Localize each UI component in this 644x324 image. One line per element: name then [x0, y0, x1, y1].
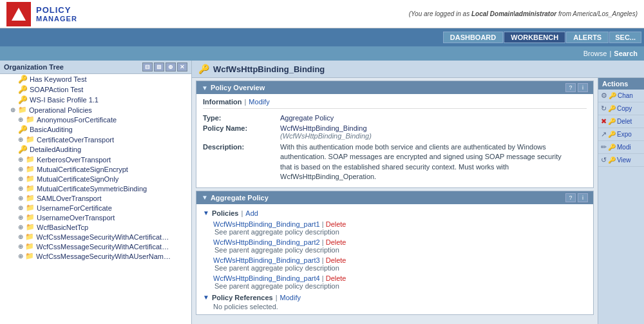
export-icon: ↗	[601, 130, 607, 138]
policy-refs-subheader: ▼ Policy References | Modify	[203, 291, 587, 303]
tree-item-username-cert[interactable]: ⊕ 📁 UsernameForCertificate	[0, 203, 191, 213]
tree-item-mutual-symmetric[interactable]: ⊕ 📁 MutualCertificateSymmetricBinding	[0, 184, 191, 193]
search-link[interactable]: Search	[614, 50, 638, 57]
policy-overview-panel: ▼ Policy Overview ? i Information | Modi…	[196, 81, 594, 188]
policies-subheader: ▼ Policies | Add	[203, 208, 587, 219]
policies-collapse-tri[interactable]: ▼	[203, 209, 209, 216]
actions-panel: Actions ⚙ 🔑 Chan ↻ 🔑 Copy ✖ 🔑 Delet	[598, 78, 644, 324]
policy-desc-2: See parent aggregate policy description	[213, 246, 587, 254]
tree-item-mutual-sign-only[interactable]: ⊕ 📁 MutualCertificateSignOnly	[0, 174, 191, 184]
policy-desc-4: See parent aggregate policy description	[213, 282, 587, 290]
tree-item-cert-transport[interactable]: ⊕ 📁 CertificateOverTransport	[0, 135, 191, 144]
page-title-icon: 🔑	[198, 64, 209, 74]
main-content: ▼ Policy Overview ? i Information | Modi…	[192, 78, 598, 324]
policy-item-3: WcfWsHttpBinding_Binding_part3 | Delete …	[203, 255, 587, 273]
policy-desc-1: See parent aggregate policy description	[213, 228, 587, 236]
modify-icon2: 🔑	[608, 144, 616, 151]
sidebar-header-controls: ⊟ ⊞ ⊕ ✕	[142, 62, 187, 71]
panel-info-btn[interactable]: i	[578, 83, 588, 92]
policy-link-3[interactable]: WcfWsHttpBinding_Binding_part3	[213, 256, 320, 264]
view-icon: ↺	[601, 156, 607, 164]
delete-link-3[interactable]: Delete	[326, 256, 346, 264]
modify-link[interactable]: Modify	[249, 98, 269, 106]
action-delete[interactable]: ✖ 🔑 Delet	[598, 115, 644, 128]
policy-overview-header: ▼ Policy Overview ? i	[196, 81, 593, 94]
workbench-btn[interactable]: WORKBENCH	[504, 32, 565, 43]
sec-btn[interactable]: SEC...	[609, 32, 641, 43]
delete-label: Delet	[617, 118, 632, 125]
alerts-btn[interactable]: ALERTS	[566, 32, 609, 43]
tree-item-soapaction[interactable]: 🔑 SOAPAction Test	[0, 84, 191, 95]
page-title-bar: 🔑 WcfWsHttpBinding_Binding	[192, 61, 644, 78]
tree-item-basicauditing[interactable]: 🔑 BasicAuditing	[0, 124, 191, 135]
tree-item-saml[interactable]: ⊕ 📁 SAMLOverTransport	[0, 193, 191, 203]
policy-item-2: WcfWsHttpBinding_Binding_part2 | Delete …	[203, 237, 587, 255]
sidebar-icon3[interactable]: ⊕	[166, 62, 176, 71]
policy-overview-title: Policy Overview	[211, 84, 265, 91]
sidebar-icon2[interactable]: ⊞	[154, 62, 164, 71]
sidebar-title: Organization Tree	[4, 63, 64, 71]
action-modify[interactable]: ✏ 🔑 Modi	[598, 141, 644, 154]
tree-item-wcf-basic-net[interactable]: ⊕ 📁 WcfBasicNetTcp	[0, 222, 191, 232]
copy-icon: ↻	[601, 104, 607, 113]
policy-item-4: WcfWsHttpBinding_Binding_part4 | Delete …	[203, 273, 587, 291]
sidebar-header: Organization Tree ⊟ ⊞ ⊕ ✕	[0, 61, 191, 74]
agg-panel-help[interactable]: ?	[565, 193, 576, 202]
action-copy[interactable]: ↻ 🔑 Copy	[598, 102, 644, 115]
type-label: Type:	[203, 114, 280, 122]
agg-panel-info[interactable]: i	[578, 193, 588, 202]
tree-item-has-keyword[interactable]: 🔑 Has Keyword Test	[0, 74, 191, 84]
modify-icon: ✏	[601, 143, 607, 151]
user-info: (You are logged in as Local Domain\admin…	[409, 10, 638, 17]
policyname-label: Policy Name:	[203, 124, 280, 140]
type-row: Type: Aggregate Policy	[203, 113, 587, 123]
delete-icon2: 🔑	[608, 118, 616, 125]
tree-item-anonymous[interactable]: ⊕ 📁 AnonymousForCertificate	[0, 115, 191, 124]
policies-label: Policies	[212, 209, 239, 217]
policy-link-4[interactable]: WcfWsHttpBinding_Binding_part4	[213, 274, 320, 282]
sidebar-icon4[interactable]: ✕	[177, 62, 187, 71]
tree-item-mutual-sign-enc[interactable]: ⊕ 📁 MutualCertificateSignEncrypt	[0, 164, 191, 174]
browse-link[interactable]: Browse	[583, 50, 607, 57]
copy-icon2: 🔑	[608, 105, 616, 112]
dashboard-btn[interactable]: DASHBOARD	[443, 32, 504, 43]
delete-link-1[interactable]: Delete	[326, 220, 346, 228]
collapse-icon2[interactable]: ▼	[202, 194, 208, 201]
panel-help-btn[interactable]: ?	[565, 83, 576, 92]
tree-item-kerberos[interactable]: ⊕ 📁 KerberosOverTransport	[0, 155, 191, 164]
policy-desc-3: See parent aggregate policy description	[213, 264, 587, 272]
policy-refs-collapse-tri[interactable]: ▼	[203, 294, 209, 301]
policyname-values: WcfWsHttpBinding_Binding (WcfWsHttpBindi…	[280, 124, 372, 140]
tree-item-username-transport[interactable]: ⊕ 📁 UsernameOverTransport	[0, 213, 191, 222]
add-policy-link[interactable]: Add	[245, 209, 258, 217]
organization-tree: 🔑 Has Keyword Test 🔑 SOAPAction Test 🔑 W…	[0, 74, 191, 324]
tree-item-wcfcss2[interactable]: ⊕ 📁 WcfCssMessageSecurityWithACertificat…	[0, 242, 174, 251]
delete-link-2[interactable]: Delete	[326, 238, 346, 246]
view-label: View	[617, 157, 631, 164]
tree-item-wcfcss1[interactable]: ⊕ 📁 WcfCssMessageSecurityWithACertificat…	[0, 232, 174, 242]
tree-item-wcfcss3[interactable]: ⊕ 📁 WcfCssMessageSecurityWithAUserNameCl…	[0, 251, 174, 261]
action-view[interactable]: ↺ 🔑 View	[598, 154, 644, 167]
aggregate-policy-panel: ▼ Aggregate Policy ? i ▼ Policies |	[196, 191, 594, 315]
tree-item-wsi[interactable]: 🔑 WS-I Basic Profile 1.1	[0, 95, 191, 105]
tree-item-detailedauditing[interactable]: 🔑 DetailedAuditing	[0, 144, 191, 155]
tree-item-operational[interactable]: ⊕ 📁 Operational Policies	[0, 105, 191, 115]
aggregate-policy-header: ▼ Aggregate Policy ? i	[196, 191, 593, 204]
policy-overview-content: Information | Modify Type: Aggregate Pol…	[196, 94, 593, 187]
aggregate-policy-title: Aggregate Policy	[211, 194, 269, 202]
logo-icon	[6, 2, 31, 26]
delete-link-4[interactable]: Delete	[326, 274, 346, 282]
collapse-icon[interactable]: ▼	[202, 84, 208, 91]
policy-link-1[interactable]: WcfWsHttpBinding_Binding_part1	[213, 220, 320, 228]
policy-refs-label: Policy References	[212, 294, 273, 301]
chan-icon: ⚙	[601, 91, 607, 100]
actions-header: Actions	[598, 78, 644, 90]
modify-refs-link[interactable]: Modify	[280, 294, 301, 301]
policy-link-2[interactable]: WcfWsHttpBinding_Binding_part2	[213, 238, 320, 246]
information-label: Information	[203, 98, 242, 106]
chan-label: Chan	[618, 92, 633, 99]
action-export[interactable]: ↗ 🔑 Expo	[598, 128, 644, 141]
sidebar-icon1[interactable]: ⊟	[142, 62, 153, 71]
type-value: Aggregate Policy	[280, 114, 334, 122]
action-chan[interactable]: ⚙ 🔑 Chan	[598, 90, 644, 102]
